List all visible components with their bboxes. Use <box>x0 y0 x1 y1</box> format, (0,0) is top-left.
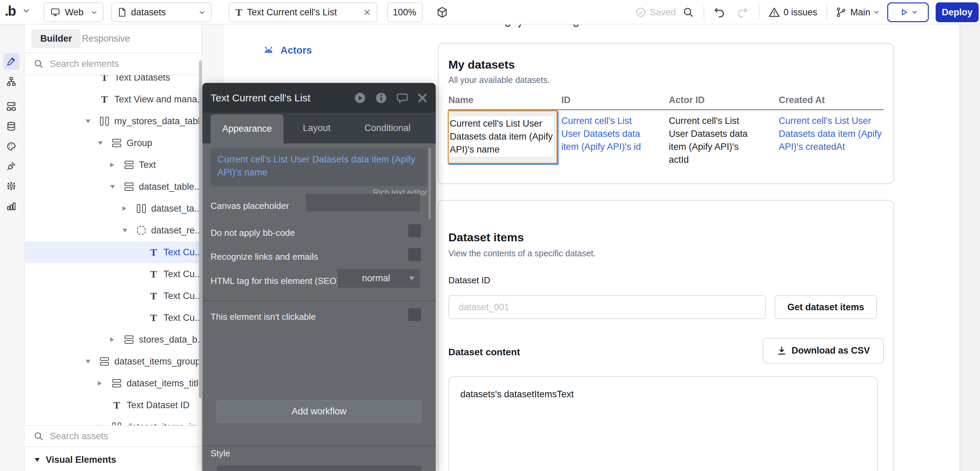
rail-item-settings[interactable] <box>3 178 19 194</box>
tab-conditional[interactable]: Conditional <box>353 113 422 143</box>
element-selector[interactable]: T Text Current cell's List <box>229 2 377 22</box>
table-cell-text[interactable]: Current cell's List User Datasets data i… <box>561 115 652 153</box>
rail-item-components[interactable] <box>3 98 19 115</box>
tree-row-label: Text Cu... <box>164 247 201 258</box>
issues-indicator[interactable]: 0 issues <box>768 0 817 25</box>
style-dropdown[interactable]: Body 14 (Overridden) <box>217 466 422 471</box>
preview-element-button[interactable] <box>354 92 366 104</box>
not-clickable-checkbox[interactable] <box>408 308 421 321</box>
inspector-header[interactable]: Text Current cell's List <box>202 83 436 113</box>
add-workflow-button[interactable]: Add workflow <box>216 400 422 423</box>
tree-scrollbar[interactable] <box>199 60 202 398</box>
tree-row[interactable]: stores_data_b... <box>25 329 201 350</box>
tree-row[interactable]: my_stores_data_table <box>25 110 201 132</box>
tab-responsive[interactable]: Responsive <box>75 29 137 48</box>
tree-row-label: dataset_items_in... <box>127 422 201 426</box>
tree-row[interactable]: Text <box>25 154 201 176</box>
element-info-button[interactable] <box>375 92 387 104</box>
tree-row[interactable]: TText Datasets <box>25 75 201 88</box>
search-button[interactable] <box>682 0 694 25</box>
rail-item-sitemap[interactable] <box>3 73 19 90</box>
tree-row[interactable]: dataset_items_title <box>25 372 201 394</box>
group-icon <box>99 357 110 366</box>
tree-row[interactable]: TText Cu... <box>25 241 201 263</box>
get-dataset-items-button[interactable]: Get dataset items <box>775 295 877 319</box>
recognize-links-checkbox[interactable] <box>408 248 421 261</box>
group-icon <box>123 161 135 169</box>
canvas-placeholder-input[interactable] <box>306 194 420 212</box>
component-library-button[interactable] <box>436 0 449 25</box>
my-datasets-card: My datasets All your available datasets.… <box>438 43 894 184</box>
play-icon <box>899 8 909 17</box>
group-icon <box>111 379 123 387</box>
chevron-down-icon <box>912 11 917 14</box>
group-icon <box>123 336 135 344</box>
table-cell-text[interactable]: Current cell's List User Datasets data i… <box>669 115 756 166</box>
tree-row[interactable]: dataset_re... <box>25 220 201 241</box>
rail-item-palette[interactable] <box>3 138 19 154</box>
rail-item-pencil[interactable] <box>3 53 19 69</box>
preview-button[interactable] <box>887 2 929 22</box>
tree-row[interactable]: TText Cu... <box>25 285 201 307</box>
search-elements-input[interactable] <box>49 58 165 70</box>
info-circle-icon <box>375 92 387 104</box>
tree-row[interactable]: TText Cu... <box>25 307 201 329</box>
tree-row[interactable]: TText View and mana... <box>25 88 201 110</box>
redo-button[interactable] <box>737 0 749 25</box>
caret-slot[interactable] <box>110 185 123 189</box>
tree-row-label: Text View and mana... <box>114 94 201 105</box>
chevron-down-icon <box>86 119 91 123</box>
caret-slot[interactable] <box>98 141 111 145</box>
button-label: Download as CSV <box>792 345 870 356</box>
comment-button[interactable] <box>396 92 409 104</box>
canvas-placeholder-label: Canvas placeholder <box>210 200 289 211</box>
inspector-title: Text Current cell's List <box>210 92 345 104</box>
caret-slot[interactable] <box>123 229 135 232</box>
tree-row[interactable]: dataset_items_group <box>25 350 201 372</box>
inspector-scrollbar[interactable] <box>428 148 431 220</box>
search-assets-input[interactable] <box>49 431 165 442</box>
tree-row[interactable]: TText Cu... <box>25 263 201 285</box>
tree-row[interactable]: Group <box>25 132 201 154</box>
device-selector[interactable]: Web <box>44 2 104 22</box>
rich-text-value[interactable]: Current cell's List User Datasets data i… <box>210 148 428 186</box>
tree-row[interactable]: dataset_table... <box>25 176 201 197</box>
tab-appearance[interactable]: Appearance <box>210 115 283 143</box>
tab-builder[interactable]: Builder <box>32 29 81 48</box>
caret-slot[interactable] <box>123 206 135 211</box>
selected-table-cell[interactable]: Current cell's List User Datasets data i… <box>448 110 558 164</box>
deploy-button[interactable]: Deploy <box>935 2 978 22</box>
undo-button[interactable] <box>713 0 725 25</box>
bubble-logo[interactable]: .b <box>5 3 16 19</box>
caret-slot[interactable] <box>86 119 99 123</box>
download-csv-button[interactable]: Download as CSV <box>763 338 884 363</box>
close-icon[interactable] <box>364 9 371 16</box>
dataset-id-input[interactable] <box>449 295 766 319</box>
table-cell-text[interactable]: Current cell's List User Datasets data i… <box>779 115 891 153</box>
rail-item-database[interactable] <box>3 118 19 134</box>
columns-icon <box>135 204 147 213</box>
tree-row[interactable]: TText Dataset ID <box>25 394 201 416</box>
chevron-down-icon[interactable] <box>23 9 29 13</box>
zoom-selector[interactable]: 100% <box>387 2 423 22</box>
caret-slot[interactable] <box>110 337 123 342</box>
table-column-header: Name <box>449 95 474 105</box>
tree-row-label: my_stores_data_table <box>114 116 201 127</box>
html-tag-dropdown[interactable]: normal <box>337 269 420 288</box>
branch-selector[interactable]: Main <box>835 0 879 25</box>
rail-item-plugin[interactable] <box>3 158 19 174</box>
bb-code-checkbox[interactable] <box>408 224 421 237</box>
nav-item-actors[interactable]: Actors <box>262 45 312 56</box>
caret-slot[interactable] <box>110 162 123 167</box>
rail-item-chart[interactable] <box>3 198 19 214</box>
package-icon <box>436 6 449 18</box>
caret-slot[interactable] <box>98 381 111 386</box>
caret-slot[interactable] <box>86 360 99 363</box>
tree-row[interactable]: dataset_items_in... <box>25 416 201 425</box>
page-selector[interactable]: datasets <box>111 2 212 22</box>
close-inspector-button[interactable] <box>417 93 428 103</box>
section-visual-elements[interactable]: Visual Elements <box>25 448 201 471</box>
tab-layout[interactable]: Layout <box>286 113 347 143</box>
tree-row[interactable]: dataset_ta... <box>25 197 201 220</box>
page-label: datasets <box>131 7 194 18</box>
